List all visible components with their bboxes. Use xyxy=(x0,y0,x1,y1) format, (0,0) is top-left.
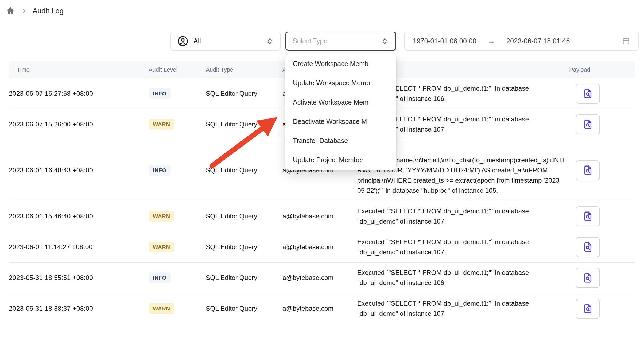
audit-type-menu: Create Workspace MembUpdate Workspace Me… xyxy=(285,53,396,170)
audit-type: SQL Editor Query xyxy=(206,121,257,128)
menu-item[interactable]: Transfer Database xyxy=(285,131,396,150)
audit-type: SQL Editor Query xyxy=(206,213,257,220)
file-search-icon xyxy=(582,241,593,253)
page-title: Audit Log xyxy=(33,7,64,15)
view-payload-button[interactable] xyxy=(576,114,600,134)
audit-level-badge: WARN xyxy=(149,303,174,314)
audit-time: 2023-06-01 16:48:43 +08:00 xyxy=(9,167,93,174)
table-row: 2023-06-01 15:46:40 +08:00 WARN SQL Edit… xyxy=(9,201,635,232)
file-search-icon xyxy=(582,211,593,222)
file-search-icon xyxy=(582,119,593,130)
col-header-audit-level: Audit Level xyxy=(149,61,206,78)
menu-item[interactable]: Update Workspace Memb xyxy=(285,73,396,93)
audit-comment: Executed `"SELECT * FROM db_ui_demo.t1;"… xyxy=(357,269,529,286)
view-payload-button[interactable] xyxy=(576,299,600,319)
view-payload-button[interactable] xyxy=(576,84,600,104)
chevron-right-icon xyxy=(20,7,27,14)
menu-item[interactable]: Activate Workspace Mem xyxy=(285,93,396,112)
view-payload-button[interactable] xyxy=(576,268,600,288)
selector-chevrons-icon xyxy=(381,37,389,45)
audit-actor: a@bytebase.com xyxy=(282,243,333,251)
file-search-icon xyxy=(582,303,593,314)
date-range-start[interactable]: 1970-01-01 08:00:00 xyxy=(413,37,476,45)
audit-comment: Executed `"SELECT * FROM db_ui_demo.t1;"… xyxy=(357,207,529,225)
calendar-icon[interactable] xyxy=(622,37,630,45)
view-payload-button[interactable] xyxy=(576,160,600,180)
audit-time: 2023-05-31 18:55:51 +08:00 xyxy=(9,274,93,281)
audit-level-badge: INFO xyxy=(149,88,171,99)
selector-chevrons-icon xyxy=(266,37,274,45)
breadcrumb: Audit Log xyxy=(6,6,64,16)
audit-actor: a@bytebase.com xyxy=(282,305,333,312)
audit-comment: Executed `"SELECT * FROM db_ui_demo.t1;"… xyxy=(357,238,529,256)
col-header-payload: Payload xyxy=(569,61,635,78)
audit-level-badge: WARN xyxy=(149,211,174,222)
audit-time: 2023-06-01 15:46:40 +08:00 xyxy=(9,213,93,220)
audit-actor: a@bytebase.com xyxy=(282,213,333,220)
date-range-picker[interactable]: 1970-01-01 08:00:00 → 2023-06-07 18:01:4… xyxy=(404,32,639,51)
file-search-icon xyxy=(582,165,593,176)
menu-item[interactable]: Update Project Member xyxy=(285,150,396,170)
menu-item[interactable]: Create Workspace Memb xyxy=(285,54,396,73)
audit-time: 2023-06-01 11:14:27 +08:00 xyxy=(9,243,92,251)
table-row: 2023-06-01 11:14:27 +08:00 WARN SQL Edit… xyxy=(9,232,635,263)
file-search-icon xyxy=(582,272,593,283)
audit-time: 2023-06-07 15:27:58 +08:00 xyxy=(9,90,93,97)
user-circle-icon xyxy=(177,35,189,47)
audit-level-badge: INFO xyxy=(149,272,171,283)
view-payload-button[interactable] xyxy=(576,206,600,226)
audit-type: SQL Editor Query xyxy=(206,167,257,174)
audit-actor: a@bytebase.com xyxy=(282,274,333,281)
arrow-right-icon: → xyxy=(488,37,495,45)
file-search-icon xyxy=(582,88,593,99)
audit-type-filter-select[interactable]: Select Type xyxy=(285,32,396,51)
menu-item[interactable]: Deactivate Workspace M xyxy=(285,112,396,131)
audit-comment: Executed `"SELECT * FROM db_ui_demo.t1;"… xyxy=(357,300,529,317)
home-icon[interactable] xyxy=(6,6,15,16)
audit-type: SQL Editor Query xyxy=(206,90,257,97)
col-header-time: Time xyxy=(9,61,149,78)
view-payload-button[interactable] xyxy=(576,237,600,257)
audit-time: 2023-06-07 15:26:00 +08:00 xyxy=(9,121,93,128)
actor-filter-select[interactable]: All xyxy=(170,32,281,51)
audit-type: SQL Editor Query xyxy=(206,305,257,312)
audit-level-badge: WARN xyxy=(149,242,174,252)
audit-type: SQL Editor Query xyxy=(206,274,257,281)
audit-level-badge: INFO xyxy=(149,165,171,176)
audit-time: 2023-05-31 18:38:37 +08:00 xyxy=(9,305,93,312)
col-header-audit-type: Audit Type xyxy=(206,61,282,78)
actor-filter-value: All xyxy=(193,37,201,45)
audit-level-badge: WARN xyxy=(149,119,174,130)
table-row: 2023-05-31 18:38:37 +08:00 WARN SQL Edit… xyxy=(9,293,635,324)
audit-type: SQL Editor Query xyxy=(206,243,257,251)
date-range-end[interactable]: 2023-06-07 18:01:46 xyxy=(506,37,570,45)
type-filter-placeholder: Select Type xyxy=(293,37,327,45)
table-row: 2023-05-31 18:55:51 +08:00 INFO SQL Edit… xyxy=(9,263,635,293)
